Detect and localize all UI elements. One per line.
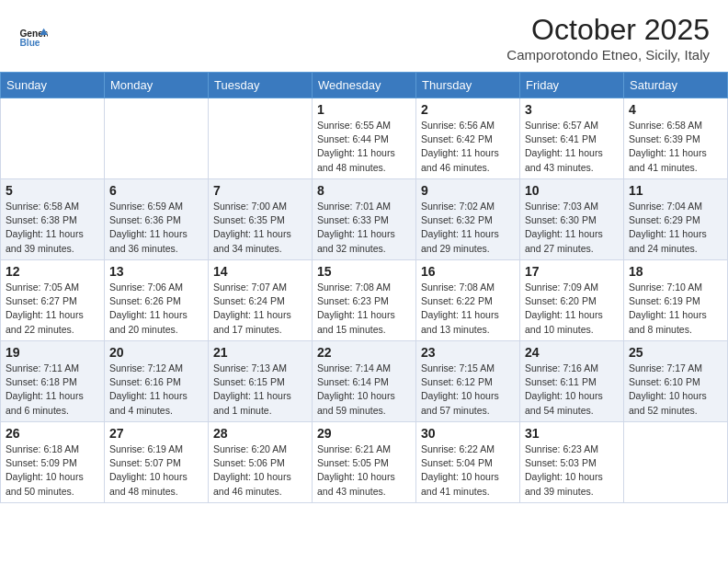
day-info: Sunrise: 7:05 AM Sunset: 6:27 PM Dayligh… bbox=[6, 281, 99, 337]
day-info: Sunrise: 7:11 AM Sunset: 6:18 PM Dayligh… bbox=[6, 362, 99, 418]
day-info: Sunrise: 7:15 AM Sunset: 6:12 PM Dayligh… bbox=[421, 362, 515, 418]
day-number: 31 bbox=[525, 426, 619, 441]
day-number: 5 bbox=[6, 183, 99, 198]
calendar-week-5: 26Sunrise: 6:18 AM Sunset: 5:09 PM Dayli… bbox=[1, 422, 728, 503]
day-number: 4 bbox=[629, 102, 722, 117]
day-info: Sunrise: 7:06 AM Sunset: 6:26 PM Dayligh… bbox=[109, 281, 203, 337]
day-info: Sunrise: 6:58 AM Sunset: 6:38 PM Dayligh… bbox=[6, 200, 99, 256]
logo: General Blue bbox=[18, 23, 48, 52]
day-info: Sunrise: 6:56 AM Sunset: 6:42 PM Dayligh… bbox=[421, 119, 515, 175]
day-number: 15 bbox=[317, 264, 411, 279]
calendar-cell: 11Sunrise: 7:04 AM Sunset: 6:29 PM Dayli… bbox=[624, 179, 728, 260]
calendar-cell: 1Sunrise: 6:55 AM Sunset: 6:44 PM Daylig… bbox=[313, 98, 416, 179]
weekday-header-friday: Friday bbox=[520, 73, 624, 98]
calendar-cell: 16Sunrise: 7:08 AM Sunset: 6:22 PM Dayli… bbox=[416, 260, 520, 341]
day-info: Sunrise: 6:55 AM Sunset: 6:44 PM Dayligh… bbox=[317, 119, 411, 175]
calendar-week-1: 1Sunrise: 6:55 AM Sunset: 6:44 PM Daylig… bbox=[1, 98, 728, 179]
day-number: 13 bbox=[109, 264, 203, 279]
day-number: 24 bbox=[525, 345, 619, 360]
day-info: Sunrise: 6:22 AM Sunset: 5:04 PM Dayligh… bbox=[421, 442, 515, 499]
calendar-cell: 8Sunrise: 7:01 AM Sunset: 6:33 PM Daylig… bbox=[313, 179, 416, 260]
day-number: 21 bbox=[213, 345, 307, 360]
day-number: 28 bbox=[213, 426, 307, 441]
calendar-cell bbox=[1, 98, 105, 179]
calendar-cell: 6Sunrise: 6:59 AM Sunset: 6:36 PM Daylig… bbox=[105, 179, 209, 260]
calendar-cell: 21Sunrise: 7:13 AM Sunset: 6:15 PM Dayli… bbox=[209, 341, 313, 422]
title-block: October 2025 Camporotondo Etneo, Sicily,… bbox=[506, 13, 710, 63]
calendar-cell bbox=[209, 98, 313, 179]
day-number: 7 bbox=[213, 183, 307, 198]
calendar-cell: 31Sunrise: 6:23 AM Sunset: 5:03 PM Dayli… bbox=[520, 422, 624, 503]
calendar-cell: 30Sunrise: 6:22 AM Sunset: 5:04 PM Dayli… bbox=[416, 422, 520, 503]
day-number: 3 bbox=[525, 102, 619, 117]
day-number: 6 bbox=[109, 183, 203, 198]
day-info: Sunrise: 6:23 AM Sunset: 5:03 PM Dayligh… bbox=[525, 442, 619, 499]
calendar-week-4: 19Sunrise: 7:11 AM Sunset: 6:18 PM Dayli… bbox=[1, 341, 728, 422]
calendar-cell: 19Sunrise: 7:11 AM Sunset: 6:18 PM Dayli… bbox=[1, 341, 105, 422]
calendar-cell: 22Sunrise: 7:14 AM Sunset: 6:14 PM Dayli… bbox=[313, 341, 416, 422]
calendar-cell: 15Sunrise: 7:08 AM Sunset: 6:23 PM Dayli… bbox=[313, 260, 416, 341]
calendar-cell: 7Sunrise: 7:00 AM Sunset: 6:35 PM Daylig… bbox=[209, 179, 313, 260]
day-info: Sunrise: 6:59 AM Sunset: 6:36 PM Dayligh… bbox=[109, 200, 203, 256]
day-info: Sunrise: 6:19 AM Sunset: 5:07 PM Dayligh… bbox=[109, 442, 203, 499]
page-header: General Blue October 2025 Camporotondo E… bbox=[0, 0, 728, 66]
calendar-cell: 9Sunrise: 7:02 AM Sunset: 6:32 PM Daylig… bbox=[416, 179, 520, 260]
day-number: 10 bbox=[525, 183, 619, 198]
day-info: Sunrise: 7:08 AM Sunset: 6:22 PM Dayligh… bbox=[421, 281, 515, 337]
day-number: 30 bbox=[421, 426, 515, 441]
svg-text:Blue: Blue bbox=[19, 38, 40, 48]
calendar-cell: 29Sunrise: 6:21 AM Sunset: 5:05 PM Dayli… bbox=[313, 422, 416, 503]
weekday-header-saturday: Saturday bbox=[624, 73, 728, 98]
weekday-header-monday: Monday bbox=[105, 73, 209, 98]
day-number: 9 bbox=[421, 183, 515, 198]
calendar-table: SundayMondayTuesdayWednesdayThursdayFrid… bbox=[0, 72, 728, 503]
day-info: Sunrise: 6:58 AM Sunset: 6:39 PM Dayligh… bbox=[629, 119, 722, 175]
day-number: 23 bbox=[421, 345, 515, 360]
day-number: 8 bbox=[317, 183, 411, 198]
calendar-cell: 26Sunrise: 6:18 AM Sunset: 5:09 PM Dayli… bbox=[1, 422, 105, 503]
day-info: Sunrise: 7:08 AM Sunset: 6:23 PM Dayligh… bbox=[317, 281, 411, 337]
logo-icon: General Blue bbox=[18, 23, 48, 52]
calendar-cell: 27Sunrise: 6:19 AM Sunset: 5:07 PM Dayli… bbox=[105, 422, 209, 503]
day-info: Sunrise: 7:00 AM Sunset: 6:35 PM Dayligh… bbox=[213, 200, 307, 256]
day-number: 19 bbox=[6, 345, 99, 360]
day-info: Sunrise: 7:09 AM Sunset: 6:20 PM Dayligh… bbox=[525, 281, 619, 337]
day-info: Sunrise: 6:21 AM Sunset: 5:05 PM Dayligh… bbox=[317, 442, 411, 499]
day-info: Sunrise: 6:18 AM Sunset: 5:09 PM Dayligh… bbox=[6, 442, 99, 499]
calendar-cell: 10Sunrise: 7:03 AM Sunset: 6:30 PM Dayli… bbox=[520, 179, 624, 260]
day-number: 20 bbox=[109, 345, 203, 360]
day-number: 12 bbox=[6, 264, 99, 279]
day-number: 14 bbox=[213, 264, 307, 279]
weekday-header-row: SundayMondayTuesdayWednesdayThursdayFrid… bbox=[1, 73, 728, 98]
day-number: 16 bbox=[421, 264, 515, 279]
day-number: 22 bbox=[317, 345, 411, 360]
calendar-cell: 5Sunrise: 6:58 AM Sunset: 6:38 PM Daylig… bbox=[1, 179, 105, 260]
weekday-header-sunday: Sunday bbox=[1, 73, 105, 98]
weekday-header-thursday: Thursday bbox=[416, 73, 520, 98]
calendar-cell: 13Sunrise: 7:06 AM Sunset: 6:26 PM Dayli… bbox=[105, 260, 209, 341]
month-title: October 2025 bbox=[506, 13, 710, 47]
day-number: 27 bbox=[109, 426, 203, 441]
day-info: Sunrise: 7:17 AM Sunset: 6:10 PM Dayligh… bbox=[629, 362, 722, 418]
day-info: Sunrise: 7:16 AM Sunset: 6:11 PM Dayligh… bbox=[525, 362, 619, 418]
calendar-week-3: 12Sunrise: 7:05 AM Sunset: 6:27 PM Dayli… bbox=[1, 260, 728, 341]
day-info: Sunrise: 7:12 AM Sunset: 6:16 PM Dayligh… bbox=[109, 362, 203, 418]
weekday-header-tuesday: Tuesday bbox=[209, 73, 313, 98]
calendar-cell: 25Sunrise: 7:17 AM Sunset: 6:10 PM Dayli… bbox=[624, 341, 728, 422]
calendar-cell bbox=[105, 98, 209, 179]
calendar-cell: 2Sunrise: 6:56 AM Sunset: 6:42 PM Daylig… bbox=[416, 98, 520, 179]
day-info: Sunrise: 7:03 AM Sunset: 6:30 PM Dayligh… bbox=[525, 200, 619, 256]
calendar-cell: 4Sunrise: 6:58 AM Sunset: 6:39 PM Daylig… bbox=[624, 98, 728, 179]
day-info: Sunrise: 7:02 AM Sunset: 6:32 PM Dayligh… bbox=[421, 200, 515, 256]
day-number: 25 bbox=[629, 345, 722, 360]
day-number: 2 bbox=[421, 102, 515, 117]
location: Camporotondo Etneo, Sicily, Italy bbox=[506, 47, 710, 63]
calendar-cell: 23Sunrise: 7:15 AM Sunset: 6:12 PM Dayli… bbox=[416, 341, 520, 422]
day-info: Sunrise: 7:04 AM Sunset: 6:29 PM Dayligh… bbox=[629, 200, 722, 256]
day-info: Sunrise: 7:10 AM Sunset: 6:19 PM Dayligh… bbox=[629, 281, 722, 337]
calendar-cell: 20Sunrise: 7:12 AM Sunset: 6:16 PM Dayli… bbox=[105, 341, 209, 422]
calendar-cell: 3Sunrise: 6:57 AM Sunset: 6:41 PM Daylig… bbox=[520, 98, 624, 179]
calendar-cell bbox=[624, 422, 728, 503]
day-number: 17 bbox=[525, 264, 619, 279]
day-info: Sunrise: 7:13 AM Sunset: 6:15 PM Dayligh… bbox=[213, 362, 307, 418]
